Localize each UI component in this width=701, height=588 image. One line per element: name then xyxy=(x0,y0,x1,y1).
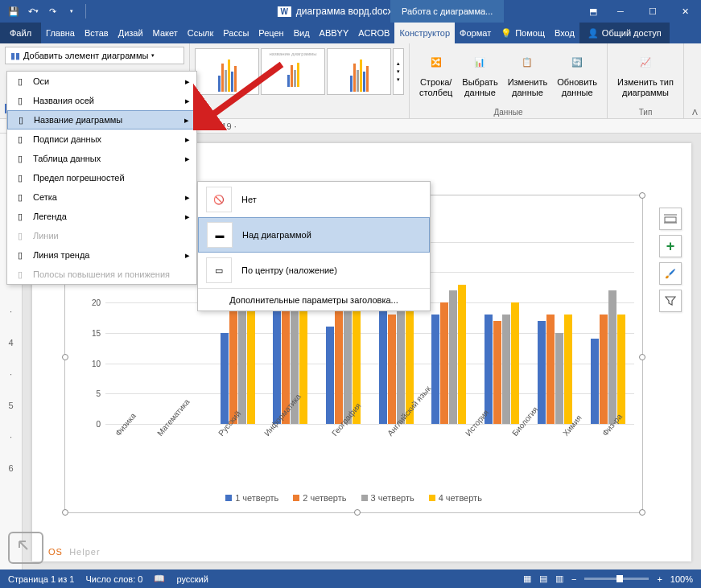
chart-styles-button[interactable]: 🖌️ xyxy=(659,262,682,285)
contextual-tab-label: Работа с диаграмма... xyxy=(390,0,504,23)
tab-design-chart[interactable]: Конструктор xyxy=(394,23,455,43)
edit-data-button[interactable]: 📋Изменить данные xyxy=(503,47,553,101)
menu-item-3[interactable]: ▯Подписи данных▸ xyxy=(7,130,196,149)
submenu-more-options[interactable]: Дополнительные параметры заголовка... xyxy=(198,288,430,310)
chart-side-tools: + 🖌️ xyxy=(659,208,682,312)
menu-item-2[interactable]: ▯Название диаграммы▸ xyxy=(7,110,196,130)
svg-line-3 xyxy=(204,64,282,121)
quick-access-toolbar: 💾 ↶▾ ↷ ▾ xyxy=(0,2,89,20)
ribbon-collapse[interactable]: ᐱ xyxy=(692,108,698,117)
maximize-button[interactable]: ☐ xyxy=(637,0,669,23)
menu-icon: ▯ xyxy=(14,249,27,261)
tab-mailings[interactable]: Рассы xyxy=(218,23,254,43)
group-label-data: Данные xyxy=(414,106,602,117)
layout-options-button[interactable] xyxy=(659,208,682,230)
tab-view[interactable]: Вид xyxy=(289,23,315,43)
tab-file[interactable]: Файл xyxy=(0,23,41,43)
zoom-level[interactable]: 100% xyxy=(670,574,693,584)
menu-item-7[interactable]: ▯Легенда▸ xyxy=(7,207,196,226)
tab-references[interactable]: Ссылк xyxy=(183,23,219,43)
tab-help[interactable]: 💡Помощ xyxy=(496,23,550,43)
share-button[interactable]: 👤Общий доступ xyxy=(579,23,670,43)
menu-icon: ▯ xyxy=(14,152,27,165)
titlebar: 💾 ↶▾ ↷ ▾ W диаграмма ворд.docx - Word Ра… xyxy=(0,0,701,23)
menu-item-10: ▯Полосы повышения и понижения xyxy=(7,265,196,284)
chart-legend[interactable]: 1 четверть2 четверть3 четверть4 четверть xyxy=(65,493,642,503)
zoom-out[interactable]: − xyxy=(571,574,576,584)
word-icon: W xyxy=(277,6,291,17)
none-icon: 🚫 xyxy=(213,195,225,205)
qat-customize[interactable]: ▾ xyxy=(63,2,80,20)
chart-element-menu: ▯Оси▸▯Названия осей▸▯Название диаграммы▸… xyxy=(6,71,197,285)
tab-format-chart[interactable]: Формат xyxy=(455,23,496,43)
menu-item-6[interactable]: ▯Сетка▸ xyxy=(7,187,196,207)
spellcheck-icon[interactable]: 📖 xyxy=(154,574,165,584)
menu-icon: ▯ xyxy=(14,94,27,107)
svg-rect-0 xyxy=(665,217,676,222)
read-mode-icon[interactable]: ▦ xyxy=(523,574,531,584)
group-label-type: Тип xyxy=(612,106,678,117)
tab-home[interactable]: Главна xyxy=(41,23,80,43)
menu-item-5[interactable]: ▯Предел погрешностей xyxy=(7,168,196,187)
annotation-arrow xyxy=(193,58,290,130)
zoom-slider[interactable] xyxy=(584,578,649,580)
tab-acrobat[interactable]: ACROB xyxy=(353,23,394,43)
word-count[interactable]: Число слов: 0 xyxy=(85,574,142,584)
chart-element-icon: ▮▮ xyxy=(10,51,20,61)
menu-item-0[interactable]: ▯Оси▸ xyxy=(7,72,196,91)
menu-icon: ▯ xyxy=(14,268,27,281)
close-button[interactable]: ✕ xyxy=(669,0,701,23)
save-button[interactable]: 💾 xyxy=(5,2,23,20)
web-layout-icon[interactable]: ▥ xyxy=(555,574,563,584)
styles-more[interactable]: ▴▾▾ xyxy=(393,48,404,95)
language[interactable]: русский xyxy=(176,574,208,584)
tab-insert[interactable]: Встав xyxy=(80,23,113,43)
tab-login[interactable]: Вход xyxy=(550,23,579,43)
undo-button[interactable]: ↶▾ xyxy=(24,2,42,20)
tab-review[interactable]: Рецен xyxy=(254,23,288,43)
chart-title-submenu: 🚫Нет ▬Над диаграммой ▭По центру (наложен… xyxy=(197,181,431,311)
switch-row-column-button[interactable]: 🔀Строка/ столбец xyxy=(414,47,457,101)
overlay-icon: ▭ xyxy=(215,265,223,276)
statusbar: Страница 1 из 1 Число слов: 0 📖 русский … xyxy=(0,569,701,588)
redo-button[interactable]: ↷ xyxy=(43,2,61,20)
menu-icon: ▯ xyxy=(14,113,27,126)
menu-icon: ▯ xyxy=(14,133,27,146)
menu-item-9[interactable]: ▯Линия тренда▸ xyxy=(7,245,196,265)
tab-design[interactable]: Дизай xyxy=(113,23,148,43)
menu-icon: ▯ xyxy=(14,229,27,242)
change-chart-type-button[interactable]: 📈Изменить тип диаграммы xyxy=(612,47,678,101)
above-chart-icon: ▬ xyxy=(216,230,225,240)
page-number[interactable]: Страница 1 из 1 xyxy=(8,574,74,584)
menu-item-1[interactable]: ▯Названия осей▸ xyxy=(7,91,196,110)
style-thumb-3[interactable] xyxy=(327,48,391,95)
ribbon-options-icon[interactable]: ⬒ xyxy=(582,0,604,23)
menu-icon: ▯ xyxy=(14,171,27,184)
menu-icon: ▯ xyxy=(14,210,27,223)
tab-layout[interactable]: Макет xyxy=(148,23,183,43)
submenu-none[interactable]: 🚫Нет xyxy=(198,182,430,217)
watermark: OS Helper xyxy=(8,532,101,564)
chart-filters-button[interactable] xyxy=(659,290,682,312)
submenu-above-chart[interactable]: ▬Над диаграммой xyxy=(198,217,430,253)
chart-elements-button[interactable]: + xyxy=(659,235,682,257)
print-layout-icon[interactable]: ▤ xyxy=(539,574,547,584)
ribbon-tabs: Файл Главна Встав Дизай Макет Ссылк Расс… xyxy=(0,23,701,43)
submenu-centered-overlay[interactable]: ▭По центру (наложение) xyxy=(198,253,430,288)
add-chart-element-button[interactable]: ▮▮ Добавить элемент диаграммы ▾ xyxy=(5,47,184,64)
zoom-in[interactable]: + xyxy=(657,574,662,584)
refresh-data-button[interactable]: 🔄Обновить данные xyxy=(552,47,602,101)
menu-icon: ▯ xyxy=(14,75,27,88)
tab-abbyy[interactable]: ABBYY xyxy=(315,23,354,43)
menu-item-4[interactable]: ▯Таблица данных▸ xyxy=(7,149,196,168)
menu-item-8: ▯Линии xyxy=(7,226,196,245)
minimize-button[interactable]: ─ xyxy=(604,0,637,23)
menu-icon: ▯ xyxy=(14,191,27,204)
select-data-button[interactable]: 📊Выбрать данные xyxy=(457,47,502,101)
